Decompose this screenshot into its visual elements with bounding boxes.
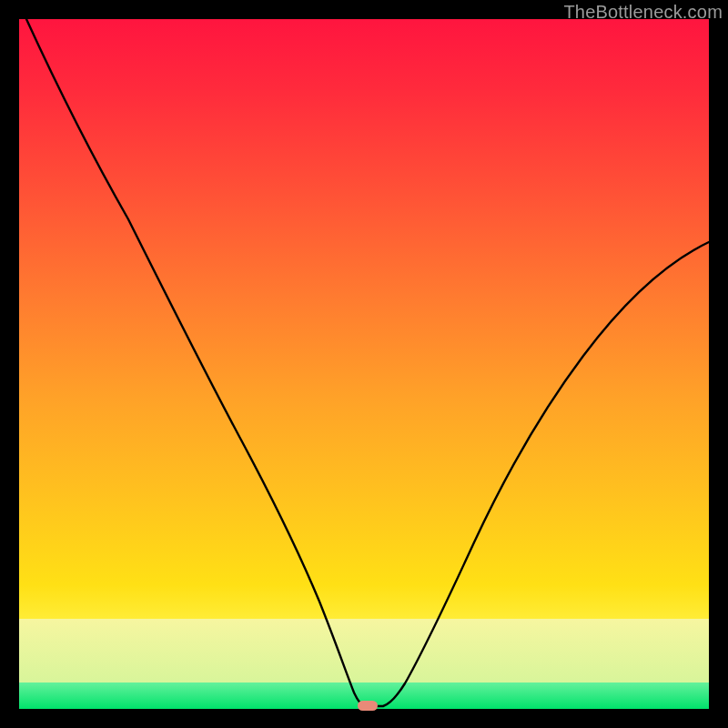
bottleneck-curve bbox=[26, 19, 709, 706]
curve-svg bbox=[19, 19, 709, 709]
chart-frame: TheBottleneck.com bbox=[0, 0, 728, 728]
min-marker bbox=[358, 701, 378, 711]
plot-area bbox=[19, 19, 709, 709]
watermark: TheBottleneck.com bbox=[563, 2, 723, 23]
